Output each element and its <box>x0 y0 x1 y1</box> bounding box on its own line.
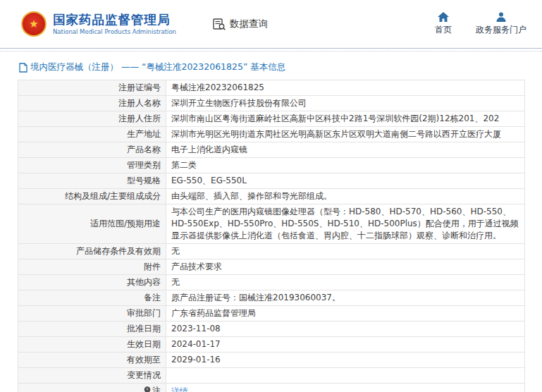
row-label: 注 <box>18 384 166 392</box>
table-row: 注册人名称深圳开立生物医疗科技股份有限公司 <box>18 96 525 111</box>
row-label-text: 型号规格 <box>127 176 161 185</box>
data-query-button[interactable]: 数据查询 <box>213 18 268 30</box>
row-value-text: EG-550、EG-550L <box>171 176 247 185</box>
row-label-text: 产品名称 <box>127 145 161 154</box>
row-label-text: 其他内容 <box>127 277 161 287</box>
row-label-text: 结构及组成/主要组成成分 <box>65 191 161 201</box>
row-label-text: 附件 <box>144 262 161 271</box>
row-value-text: 由头端部、插入部、操作部和导光部组成。 <box>171 191 332 201</box>
row-label: 其他内容 <box>18 275 166 290</box>
table-row: 注册证编号粤械注准20232061825 <box>18 80 525 96</box>
row-label: 批准日期 <box>18 321 166 337</box>
row-label: 管理类别 <box>18 158 166 173</box>
row-value-text: 深圳市南山区粤海街道麻岭社区高新中区科技中2路1号深圳软件园(2期)12栋201… <box>171 114 499 123</box>
row-value: 2029-01-16 <box>166 353 525 368</box>
table-row: 生效日期2024-01-17 <box>18 337 525 353</box>
row-label-text: 有效期至 <box>127 355 161 365</box>
table-row: 管理类别第二类 <box>18 158 525 173</box>
row-label-text: 注册证编号 <box>118 82 161 92</box>
row-label: 注册人住所 <box>18 111 166 127</box>
row-label: 产品名称 <box>18 142 166 158</box>
row-value-text: 电子上消化道内窥镜 <box>171 145 247 154</box>
row-label: 生产地址 <box>18 127 166 142</box>
table-row: 注详情 <box>18 384 525 392</box>
row-value-text: 产品技术要求 <box>171 262 222 271</box>
row-label: 有效期至 <box>18 353 166 368</box>
row-label: 注册人名称 <box>18 96 166 111</box>
row-value: 深圳市光明区光明街道东周社区光明高新区东片区双明大道南侧二号路以西开立医疗大厦 <box>166 127 525 142</box>
nav-gov-service-portal[interactable]: 政务服务门户 <box>476 12 526 36</box>
row-value-text: 2023-11-08 <box>171 324 221 333</box>
row-value-text: 广东省药品监督管理局 <box>171 308 256 318</box>
row-value-text: 与本公司生产的医用内窥镜图像处理器（型号：HD-580、HD-570、HD-56… <box>171 207 519 240</box>
row-label-text: 备注 <box>144 293 161 302</box>
table-row: 批准日期2023-11-08 <box>18 321 525 337</box>
row-label-text: 管理类别 <box>127 160 161 170</box>
row-label: 产品储存条件及有效期 <box>18 244 166 259</box>
row-value-text: 无 <box>171 246 180 256</box>
row-label: 注册证编号 <box>18 80 166 96</box>
row-value <box>166 368 525 384</box>
row-label-text: 生产地址 <box>127 129 161 139</box>
row-value: EG-550、EG-550L <box>166 173 525 189</box>
breadcrumb: 境内医疗器械（注册） —— “粤械注准20232061825” 基本信息 <box>0 51 542 80</box>
table-row: 附件产品技术要求 <box>18 259 525 275</box>
row-label-text: 审批部门 <box>127 308 161 318</box>
table-row: 变更情况 <box>18 368 525 384</box>
row-value: 产品技术要求 <box>166 259 525 275</box>
row-value: 第二类 <box>166 158 525 173</box>
brand-block: 国家药品监督管理局 National Medical Products Admi… <box>53 13 176 35</box>
table-row: 产品储存条件及有效期无 <box>18 244 525 259</box>
row-label: 变更情况 <box>18 368 166 384</box>
nav-home[interactable]: 首页 <box>435 12 452 36</box>
table-row: 备注原产品注册证号：国械注准20193060037。 <box>18 290 525 306</box>
row-value: 与本公司生产的医用内窥镜图像处理器（型号：HD-580、HD-570、HD-56… <box>166 204 525 244</box>
row-value-text: 粤械注准20232061825 <box>171 82 264 92</box>
content-area: 注册证编号粤械注准20232061825注册人名称深圳开立生物医疗科技股份有限公… <box>0 80 542 392</box>
row-value: 无 <box>166 244 525 259</box>
row-label: 审批部门 <box>18 306 166 321</box>
breadcrumb-text: 境内医疗器械（注册） —— “粤械注准20232061825” 基本信息 <box>30 61 285 73</box>
row-label-text: 变更情况 <box>127 370 161 380</box>
table-row: 型号规格EG-550、EG-550L <box>18 173 525 189</box>
row-value: 电子上消化道内窥镜 <box>166 142 525 158</box>
row-label: 备注 <box>18 290 166 306</box>
home-icon <box>438 12 449 24</box>
row-value: 粤械注准20232061825 <box>166 80 525 96</box>
table-row: 注册人住所深圳市南山区粤海街道麻岭社区高新中区科技中2路1号深圳软件园(2期)1… <box>18 111 525 127</box>
nav-home-label: 首页 <box>435 24 452 36</box>
table-row: 审批部门广东省药品监督管理局 <box>18 306 525 321</box>
document-icon <box>19 63 30 73</box>
row-label-text: 适用范围/预期用途 <box>90 219 161 228</box>
table-row: 结构及组成/主要组成成分由头端部、插入部、操作部和导光部组成。 <box>18 189 525 204</box>
table-row: 适用范围/预期用途与本公司生产的医用内窥镜图像处理器（型号：HD-580、HD-… <box>18 204 525 244</box>
row-label: 结构及组成/主要组成成分 <box>18 189 166 204</box>
row-value-text: 原产品注册证号：国械注准20193060037。 <box>171 293 340 302</box>
row-label-text: 注册人住所 <box>118 114 161 123</box>
row-value: 2024-01-17 <box>166 337 525 353</box>
site-subtitle-en: National Medical Products Administration <box>53 28 176 35</box>
table-row: 有效期至2029-01-16 <box>18 353 525 368</box>
banner-nav: 首页 政务服务门户 <box>435 12 526 36</box>
row-label-text: 注册人名称 <box>118 98 161 108</box>
row-label-text: 生效日期 <box>127 339 161 349</box>
row-value-text: 深圳市光明区光明街道东周社区光明高新区东片区双明大道南侧二号路以西开立医疗大厦 <box>171 129 501 139</box>
nav-gov-service-portal-label: 政务服务门户 <box>476 24 526 36</box>
table-row: 产品名称电子上消化道内窥镜 <box>18 142 525 158</box>
data-query-label: 数据查询 <box>230 18 268 30</box>
table-row: 其他内容无 <box>18 275 525 290</box>
row-value: 深圳市南山区粤海街道麻岭社区高新中区科技中2路1号深圳软件园(2期)12栋201… <box>166 111 525 127</box>
national-emblem-logo: ★ <box>21 11 47 37</box>
site-title: 国家药品监督管理局 <box>53 13 176 27</box>
row-value-text: 2029-01-16 <box>171 355 221 365</box>
row-value: 原产品注册证号：国械注准20193060037。 <box>166 290 525 306</box>
top-banner: ★ 国家药品监督管理局 National Medical Products Ad… <box>0 0 542 49</box>
row-label-text: 注 <box>152 386 161 392</box>
detail-link[interactable]: 详情 <box>171 386 188 392</box>
row-value-text: 无 <box>171 277 180 287</box>
row-value-text: 深圳开立生物医疗科技股份有限公司 <box>171 98 307 108</box>
row-value: 广东省药品监督管理局 <box>166 306 525 321</box>
row-value: 2023-11-08 <box>166 321 525 337</box>
person-icon <box>496 12 506 24</box>
document-search-icon <box>213 18 226 30</box>
